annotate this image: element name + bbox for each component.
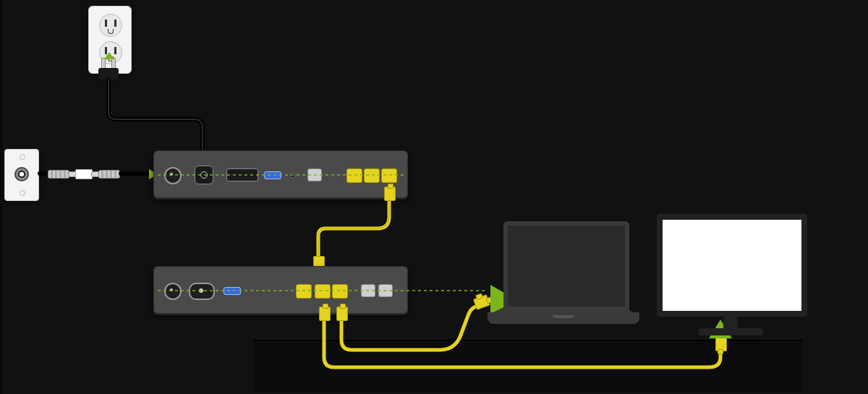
rj45-plug-router-eth1-icon (319, 307, 331, 321)
svg-marker-4 (488, 307, 639, 315)
monitor-icon (657, 214, 807, 344)
wall-edge-icon (0, 0, 3, 394)
diagram-canvas: Modem / router Ethernet wiring diagram M… (0, 0, 868, 394)
laptop-icon (488, 221, 639, 343)
